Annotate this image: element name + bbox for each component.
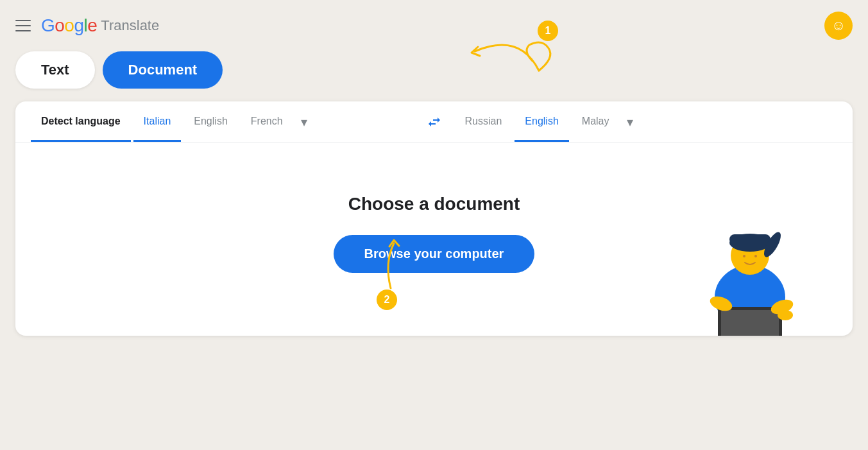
language-bar: Detect language Italian English French ▾… [15,101,853,143]
svg-point-5 [743,255,745,257]
source-lang-french[interactable]: French [241,103,293,142]
google-logo: Google [41,15,97,36]
svg-rect-8 [721,310,779,336]
source-lang-italian[interactable]: Italian [133,103,182,142]
tab-text[interactable]: Text [15,51,95,89]
source-languages: Detect language Italian English French ▾ [31,101,414,143]
source-lang-english[interactable]: English [183,103,237,142]
swap-languages-btn[interactable] [419,107,450,137]
user-avatar[interactable]: ☺ [824,12,853,40]
header: Google Translate 1 ☺ [0,0,868,51]
detect-language-btn[interactable]: Detect language [31,103,131,142]
illustration-person [686,207,814,336]
target-lang-russian[interactable]: Russian [455,103,513,142]
annotation-badge-2: 2 [377,290,397,310]
svg-point-11 [778,310,793,320]
tab-row: Text Document [0,51,868,101]
annotation-badge-1: 1 [538,21,558,41]
svg-rect-3 [729,234,770,245]
translate-label: Translate [101,17,159,34]
target-lang-english[interactable]: English [515,103,568,142]
target-lang-malay[interactable]: Malay [572,103,620,142]
choose-document-title: Choose a document [348,194,520,214]
main-card: Detect language Italian English French ▾… [15,101,853,336]
tab-document[interactable]: Document [103,51,223,89]
browse-computer-btn[interactable]: Browse your computer [334,235,535,273]
document-content: Choose a document Browse your computer 2 [15,143,853,336]
target-languages: Russian English Malay ▾ [455,101,838,143]
source-more-btn[interactable]: ▾ [296,101,312,143]
hamburger-menu[interactable] [15,20,31,31]
svg-point-6 [754,255,757,257]
target-more-btn[interactable]: ▾ [622,101,638,143]
